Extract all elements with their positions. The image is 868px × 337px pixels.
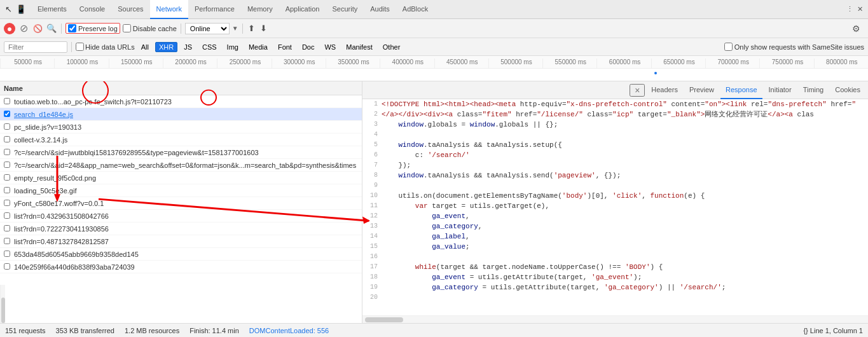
table-row[interactable]: toutiao.web.to...ao_pc-pc-fe_switch.js?t… <box>0 95 362 108</box>
filter-separator <box>71 42 72 52</box>
tab-application[interactable]: Application <box>279 0 326 19</box>
row-checkbox[interactable] <box>4 225 14 233</box>
filter-doc-button[interactable]: Doc <box>298 42 319 52</box>
tab-audits[interactable]: Audits <box>364 0 396 19</box>
row-checkbox[interactable] <box>4 174 14 182</box>
tab-adblock[interactable]: AdBlock <box>396 0 434 19</box>
transferred-size: 353 KB transferred <box>56 327 114 334</box>
cursor-icon[interactable]: ↖ <box>5 4 12 14</box>
toolbar-separator-2 <box>181 24 181 34</box>
code-line-8: 8 window.taAnalysis && taAnalysis.send('… <box>362 170 868 181</box>
tab-elements[interactable]: Elements <box>31 0 73 19</box>
table-row[interactable]: 140e259f66a440d6b838f93aba724039 <box>0 261 362 273</box>
filter-manifest-button[interactable]: Manifest <box>342 42 376 52</box>
tab-response[interactable]: Response <box>720 81 762 99</box>
record-button[interactable]: ● <box>4 23 15 34</box>
row-checkbox[interactable] <box>4 123 14 131</box>
row-checkbox[interactable] <box>4 98 14 106</box>
devtools-tab-bar: ↖ 📱 Elements Console Sources Network Per… <box>0 0 868 19</box>
row-checkbox[interactable] <box>4 263 14 271</box>
tab-network[interactable]: Network <box>150 0 188 19</box>
throttle-select[interactable]: Online Fast 3G Slow 3G Offline <box>185 23 230 34</box>
tab-console[interactable]: Console <box>73 0 111 19</box>
scrollbar-thumb[interactable] <box>1 298 5 323</box>
table-row[interactable]: list?rdn=0.4871327842812587 <box>0 235 362 248</box>
row-checkbox[interactable] <box>4 200 14 207</box>
mobile-icon[interactable]: 📱 <box>16 4 26 14</box>
settings-button[interactable]: ⚙ <box>848 22 864 35</box>
row-checkbox[interactable] <box>4 212 14 220</box>
table-row[interactable]: list?rdn=0.4329631508042766 <box>0 210 362 223</box>
row-checkbox[interactable] <box>4 149 14 156</box>
filter-img-button[interactable]: Img <box>223 42 242 52</box>
tab-preview[interactable]: Preview <box>684 81 719 99</box>
filter-css-button[interactable]: CSS <box>198 42 221 52</box>
clear-button[interactable]: 🚫 <box>32 23 43 34</box>
table-row[interactable]: empty_result_9f5c0cd.png <box>0 172 362 184</box>
row-checkbox[interactable] <box>4 251 14 258</box>
table-row[interactable]: collect-v.3.2.14.js <box>0 134 362 146</box>
filter-xhr-button[interactable]: XHR <box>155 42 177 52</box>
horizontal-scrollbar[interactable] <box>362 315 868 323</box>
row-checkbox[interactable] <box>4 238 14 245</box>
table-row[interactable]: ?c=/search/&aid=248&app_name=web_search&… <box>0 159 362 172</box>
filter-media-button[interactable]: Media <box>245 42 272 52</box>
table-row[interactable]: search_d1e484e.js <box>0 108 362 121</box>
timeline-label-6: 350000 ms <box>326 58 380 68</box>
filter-js-button[interactable]: JS <box>180 42 196 52</box>
tab-cookies[interactable]: Cookies <box>830 81 865 99</box>
preserve-log-checkbox[interactable]: Preserve log <box>65 23 120 34</box>
timeline-label-5: 300000 ms <box>272 58 326 68</box>
response-code-area[interactable]: 1 <!DOCTYPE html><html><head><meta http-… <box>362 99 868 315</box>
more-tabs-icon[interactable]: ⋮ <box>846 5 853 13</box>
stop-button[interactable]: ⊘ <box>18 23 29 34</box>
row-name: pc_slide.js?v=190313 <box>14 123 358 131</box>
tab-headers[interactable]: Headers <box>646 81 683 99</box>
table-row[interactable]: list?rdn=0.7222730411930856 <box>0 223 362 235</box>
row-checkbox[interactable] <box>4 162 14 169</box>
timeline-label-7: 400000 ms <box>380 58 434 68</box>
tab-initiator[interactable]: Initiator <box>764 81 797 99</box>
filter-button[interactable]: 🔍 <box>46 23 57 34</box>
tab-sources[interactable]: Sources <box>111 0 149 19</box>
timeline-label-8: 450000 ms <box>434 58 488 68</box>
table-row[interactable]: yFont_c580e17.woff?v=0.0.1 <box>0 197 362 210</box>
samesite-checkbox[interactable]: Only show requests with SameSite issues <box>724 43 864 51</box>
table-row[interactable]: 653da485d60545abb9669b9358ded145 <box>0 248 362 261</box>
filter-font-button[interactable]: Font <box>274 42 296 52</box>
row-name: 140e259f66a440d6b838f93aba724039 <box>14 263 358 271</box>
filter-input[interactable] <box>4 41 67 53</box>
filter-all-button[interactable]: All <box>137 42 153 52</box>
request-list-header: Name <box>0 81 362 95</box>
disable-cache-checkbox[interactable]: Disable cache <box>123 24 177 32</box>
row-name: list?rdn=0.4329631508042766 <box>14 212 358 220</box>
table-row[interactable]: loading_50c5e3e.gif <box>0 184 362 197</box>
response-tabs: × Headers Preview Response Initiator Tim… <box>362 81 868 99</box>
row-name: list?rdn=0.4871327842812587 <box>14 238 358 245</box>
close-panel-button[interactable]: × <box>630 84 645 97</box>
filter-ws-button[interactable]: WS <box>320 42 340 52</box>
code-line-3: 3 window.globals = window.globals || {}; <box>362 120 868 130</box>
table-row[interactable]: ?c=/search/&sid=jwutbblqi1581376928955&t… <box>0 146 362 159</box>
row-checkbox[interactable] <box>4 111 14 118</box>
code-line-12: 12 ga_event, <box>362 211 868 221</box>
filter-other-button[interactable]: Other <box>379 42 404 52</box>
code-line-20: 20 <box>362 292 868 303</box>
hscroll-thumb[interactable] <box>365 317 403 322</box>
tab-timing[interactable]: Timing <box>798 81 829 99</box>
tab-security[interactable]: Security <box>326 0 364 19</box>
row-checkbox[interactable] <box>4 187 14 195</box>
timeline-label-9: 500000 ms <box>488 58 542 68</box>
vertical-scrollbar[interactable] <box>0 285 5 323</box>
request-rows[interactable]: toutiao.web.to...ao_pc-pc-fe_switch.js?t… <box>0 95 362 285</box>
requests-count: 151 requests <box>5 327 46 334</box>
dom-loaded-time[interactable]: DOMContentLoaded: 556 <box>249 327 329 334</box>
close-devtools-icon[interactable]: ✕ <box>857 5 863 13</box>
tab-memory[interactable]: Memory <box>241 0 279 19</box>
export-har-button[interactable]: ⬇ <box>259 22 268 34</box>
table-row[interactable]: pc_slide.js?v=190313 <box>0 121 362 134</box>
import-har-button[interactable]: ⬆ <box>247 22 256 34</box>
tab-performance[interactable]: Performance <box>188 0 241 19</box>
row-checkbox[interactable] <box>4 136 14 144</box>
hide-data-urls-checkbox[interactable]: Hide data URLs <box>76 43 135 51</box>
